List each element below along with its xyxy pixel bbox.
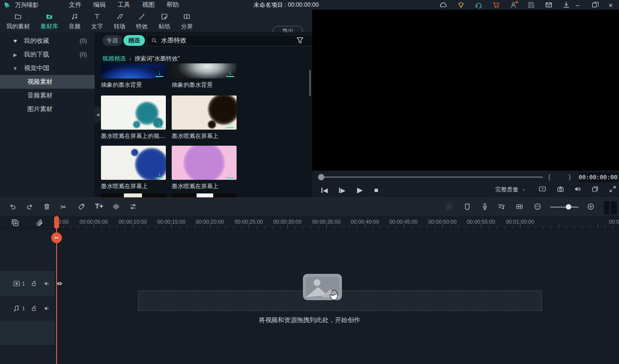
tab-audio[interactable]: 音频 <box>65 12 84 32</box>
export-frame-icon[interactable] <box>591 185 599 193</box>
tab-transitions[interactable]: 转场 <box>110 12 129 32</box>
tab-text[interactable]: 文字 <box>88 12 106 32</box>
undo-icon[interactable] <box>9 203 17 211</box>
audio-mixer-icon[interactable] <box>498 203 505 211</box>
save-icon[interactable] <box>527 1 535 9</box>
filter-funnel-icon[interactable] <box>296 36 304 45</box>
split-scissors-icon[interactable]: ✂ <box>60 203 67 211</box>
download-icon[interactable]: ↓ <box>226 69 234 77</box>
hide-track-eye-icon[interactable] <box>56 280 63 287</box>
library-scrollbar[interactable] <box>309 70 311 96</box>
unlock-icon[interactable] <box>31 305 38 312</box>
sidebar-item-favorites[interactable]: ♥ 我的收藏 (0) <box>0 34 95 48</box>
filter-chip-featured[interactable]: 精选 <box>123 35 145 46</box>
hand-cursor <box>329 289 339 302</box>
menu-edit[interactable]: 编辑 <box>87 0 112 9</box>
mute-track-icon[interactable] <box>43 280 50 287</box>
stop-button[interactable]: ■ <box>374 186 378 194</box>
sidebar-item-video-assets[interactable]: 视频素材 <box>0 75 95 89</box>
download-icon[interactable]: ↓ <box>156 120 163 128</box>
account-icon[interactable] <box>509 1 518 9</box>
sidebar-item-downloads[interactable]: ▶ 我的下载 (0) <box>0 48 95 61</box>
tips-bulb-icon[interactable] <box>457 1 465 9</box>
cloud-icon[interactable] <box>439 1 447 9</box>
breadcrumb-link[interactable]: 视频精选 <box>102 55 126 63</box>
asset-card[interactable]: ↓ 抽象的墨水背景 <box>101 63 166 89</box>
play-button[interactable]: ▶ <box>357 186 363 194</box>
tab-effects[interactable]: 特效 <box>133 12 151 32</box>
fit-timeline-icon[interactable] <box>516 203 523 211</box>
asset-card[interactable]: ↓ 抽象的墨水背景 <box>172 63 237 89</box>
menu-help[interactable]: 帮助 <box>160 0 185 9</box>
tab-media-library[interactable]: 素材库 <box>37 12 61 32</box>
minimize-button[interactable]: – <box>569 0 586 10</box>
zoom-out-icon[interactable] <box>534 203 541 211</box>
render-preview-icon[interactable] <box>445 203 453 211</box>
zoom-in-icon[interactable] <box>587 203 595 211</box>
download-icon[interactable]: ↓ <box>156 69 163 77</box>
close-button[interactable]: × <box>602 0 619 10</box>
store-cart-icon[interactable] <box>492 1 500 9</box>
timeline-zoom-slider[interactable] <box>550 207 579 208</box>
record-voiceover-icon[interactable] <box>481 203 489 211</box>
tab-split-screen[interactable]: 分屏 <box>178 12 196 32</box>
menu-tools[interactable]: 工具 <box>112 0 136 9</box>
marker-icon[interactable] <box>463 203 471 211</box>
asset-card[interactable]: ↓ 墨水喷溅在屏幕上 <box>101 146 166 191</box>
menu-file[interactable]: 文件 <box>63 0 87 9</box>
next-frame-button[interactable]: ▶ <box>339 186 345 194</box>
unlock-icon[interactable] <box>31 280 38 287</box>
mark-in-button[interactable]: { <box>548 171 550 183</box>
download-icon[interactable]: ↓ <box>226 120 234 128</box>
delete-icon[interactable] <box>43 203 51 211</box>
menu-view[interactable]: 视图 <box>136 0 160 9</box>
add-to-track-icon[interactable] <box>11 218 20 227</box>
link-clips-icon[interactable] <box>35 218 44 227</box>
support-headset-icon[interactable] <box>474 1 482 9</box>
sidebar-item-image-assets[interactable]: 图片素材 <box>0 102 95 116</box>
add-text-icon[interactable]: T+ <box>95 202 103 210</box>
ruler-label: 00:00:10:00 <box>119 219 147 225</box>
tab-stickers[interactable]: 贴纸 <box>155 12 174 32</box>
quick-split-scissors-badge[interactable]: ✂ <box>51 232 62 243</box>
media-tab-bar: 我的素材 素材库 音频 文字 转场 特效 贴纸 分屏 导出 <box>0 10 312 32</box>
mark-tag-icon[interactable] <box>78 203 85 211</box>
sidebar-item-audio-assets[interactable]: 音频素材 <box>0 89 95 102</box>
asset-card[interactable]: ↓ 墨水喷溅在屏幕上 <box>172 96 237 140</box>
snapshot-camera-icon[interactable] <box>557 185 564 193</box>
mute-track-icon[interactable] <box>43 305 50 312</box>
audio-stretch-icon[interactable] <box>112 203 120 211</box>
mark-out-button[interactable]: } <box>569 171 571 183</box>
video-preview-screen[interactable] <box>312 10 619 171</box>
asset-card[interactable] <box>101 193 166 197</box>
asset-thumbnail: ↓ <box>172 96 237 130</box>
asset-card[interactable] <box>172 193 237 197</box>
adjust-sliders-icon[interactable] <box>129 203 137 211</box>
download-icon[interactable]: ↓ <box>156 171 163 178</box>
seek-handle[interactable] <box>318 174 324 180</box>
previous-frame-button[interactable]: ◀ <box>321 186 328 194</box>
redo-icon[interactable] <box>26 203 34 211</box>
split-screen-icon <box>183 12 191 20</box>
playhead-handle[interactable] <box>54 216 59 229</box>
display-device-icon[interactable] <box>539 185 546 193</box>
sidebar-collapse-handle[interactable]: ◀ <box>95 106 101 123</box>
download-icon[interactable]: ↓ <box>226 171 234 178</box>
tab-my-media[interactable]: 我的素材 <box>4 12 32 32</box>
drop-hint-text: 将视频和资源拖拽到此处，开始创作 <box>0 316 619 325</box>
filter-chip-topic[interactable]: 专题 <box>102 35 122 46</box>
chevron-down-icon: ˅ <box>522 188 525 192</box>
asset-card[interactable]: ↓ 墨水喷溅在屏幕上的视… <box>101 96 166 140</box>
timeline-zoom-handle[interactable] <box>566 204 571 210</box>
fullscreen-icon[interactable] <box>609 185 617 193</box>
quality-selector[interactable]: 完整质量 ˅ <box>495 186 525 194</box>
timeline-ruler[interactable]: 00:00 00:00:05:00 00:00:10:00 00:00:15:0… <box>0 216 619 229</box>
asset-card[interactable]: ↓ 墨水喷溅在屏幕上 <box>172 146 237 191</box>
seek-bar[interactable] <box>321 176 543 178</box>
sidebar-item-provider[interactable]: ▼ 视觉中国 <box>0 61 95 75</box>
maximize-button[interactable] <box>586 0 602 10</box>
search-input[interactable]: 水墨特效 <box>146 35 312 46</box>
mail-icon[interactable] <box>544 1 553 9</box>
speaker-icon[interactable] <box>574 185 581 193</box>
asset-thumbnail <box>172 193 237 197</box>
